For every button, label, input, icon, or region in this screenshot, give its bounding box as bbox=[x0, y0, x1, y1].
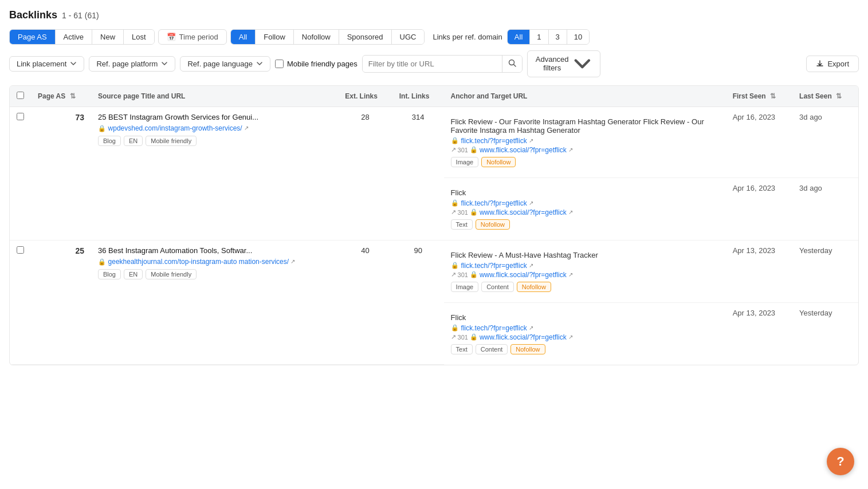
chevron-down-icon bbox=[161, 60, 168, 67]
advanced-filters-label: Advanced filters bbox=[536, 55, 569, 72]
linktype-ugc-button[interactable]: UGC bbox=[392, 30, 425, 44]
status-filter-group: Page AS Active New Lost bbox=[9, 29, 155, 45]
external-link-icon: ↗ bbox=[244, 125, 249, 131]
status-active-button[interactable]: Active bbox=[56, 30, 92, 44]
last-seen-value: 3d ago bbox=[792, 107, 858, 178]
advanced-filters-button[interactable]: Advanced filters bbox=[527, 50, 601, 77]
sort-icon: ⇅ bbox=[770, 92, 776, 100]
ref-page-platform-label: Ref. page platform bbox=[96, 60, 158, 68]
external-link-icon: ↗ bbox=[529, 262, 533, 269]
lpd-label: Links per ref. domain bbox=[433, 33, 502, 41]
lpd-10-button[interactable]: 10 bbox=[567, 30, 589, 44]
anchor-redirect-url-link[interactable]: www.flick.social/?fpr=getflick ↗ bbox=[480, 333, 573, 341]
first-seen-header[interactable]: First Seen ⇅ bbox=[726, 86, 792, 107]
lock-icon: 🔒 bbox=[98, 125, 106, 132]
anchor-url-line: 🔒 flick.tech/?fpr=getflick ↗ bbox=[451, 324, 719, 332]
ref-page-language-label: Ref. page language bbox=[187, 60, 252, 68]
status-new-button[interactable]: New bbox=[92, 30, 124, 44]
anchor-url-link[interactable]: flick.tech/?fpr=getflick ↗ bbox=[461, 324, 533, 332]
redirect-code: 301 bbox=[458, 334, 468, 341]
anchor-url-link[interactable]: flick.tech/?fpr=getflick ↗ bbox=[461, 137, 533, 145]
filter-row-1: Page AS Active New Lost 📅 Time period Al… bbox=[9, 29, 859, 45]
int-links-value: 314 bbox=[412, 113, 425, 121]
chevron-down-icon bbox=[256, 60, 263, 67]
mobile-friendly-checkbox[interactable] bbox=[275, 60, 284, 68]
search-wrap bbox=[362, 55, 523, 73]
row-checkbox[interactable] bbox=[17, 113, 24, 120]
source-url-link[interactable]: geekhealthjournal.com/top-instagram-auto… bbox=[108, 258, 296, 266]
linktype-all-button[interactable]: All bbox=[231, 30, 256, 44]
linktype-follow-button[interactable]: Follow bbox=[256, 30, 294, 44]
link-type-filter-group: All Follow Nofollow Sponsored UGC bbox=[230, 29, 425, 45]
tag: EN bbox=[124, 269, 143, 279]
anchor-title: Flick Review - A Must-Have Hashtag Track… bbox=[451, 251, 719, 259]
anchor-url-link[interactable]: flick.tech/?fpr=getflick ↗ bbox=[461, 262, 533, 270]
anchor-redirect-url-link[interactable]: www.flick.social/?fpr=getflick ↗ bbox=[480, 146, 573, 154]
linktype-sponsored-button[interactable]: Sponsored bbox=[339, 30, 392, 44]
lpd-1-button[interactable]: 1 bbox=[530, 30, 548, 44]
ref-page-platform-dropdown[interactable]: Ref. page platform bbox=[89, 56, 175, 72]
export-icon bbox=[816, 60, 824, 68]
chevron-down-icon bbox=[572, 54, 592, 74]
status-all-button[interactable]: Page AS bbox=[10, 30, 56, 44]
redirect-arrow-icon: ↗ bbox=[451, 271, 456, 278]
sort-icon: ⇅ bbox=[836, 92, 842, 100]
ref-page-language-dropdown[interactable]: Ref. page language bbox=[180, 56, 270, 72]
external-link-icon: ↗ bbox=[529, 200, 533, 206]
mobile-friendly-label: Mobile friendly pages bbox=[287, 60, 358, 68]
lpd-3-button[interactable]: 3 bbox=[549, 30, 567, 44]
anchor-url-link[interactable]: flick.tech/?fpr=getflick ↗ bbox=[461, 199, 533, 207]
ext-links-value: 28 bbox=[361, 113, 369, 121]
external-link-icon: ↗ bbox=[529, 137, 533, 144]
lock-icon: 🔒 bbox=[451, 137, 459, 144]
anchor-title: Flick bbox=[451, 313, 719, 322]
link-placement-dropdown[interactable]: Link placement bbox=[9, 56, 84, 72]
link-placement-label: Link placement bbox=[17, 60, 66, 68]
lock-icon: 🔒 bbox=[470, 333, 478, 341]
page-title: Backlinks bbox=[9, 9, 57, 21]
select-all-checkbox[interactable] bbox=[17, 92, 24, 99]
page-as-value: 73 bbox=[38, 113, 84, 122]
tag-nofollow: Nofollow bbox=[517, 282, 551, 292]
tag: Blog bbox=[98, 136, 121, 146]
tag: Mobile friendly bbox=[146, 269, 197, 279]
lock-icon: 🔒 bbox=[470, 146, 478, 153]
last-seen-header[interactable]: Last Seen ⇅ bbox=[792, 86, 858, 107]
anchor-redirect: ↗ 301 🔒 www.flick.social/?fpr=getflick ↗ bbox=[451, 333, 719, 341]
anchor-redirect: ↗ 301 🔒 www.flick.social/?fpr=getflick ↗ bbox=[451, 146, 719, 154]
status-lost-button[interactable]: Lost bbox=[124, 30, 154, 44]
tag-nofollow: Nofollow bbox=[476, 219, 510, 230]
export-button[interactable]: Export bbox=[806, 56, 859, 72]
row-checkbox[interactable] bbox=[17, 246, 24, 254]
external-link-icon: ↗ bbox=[529, 325, 533, 331]
tag-image: Image bbox=[451, 157, 479, 167]
page-as-header[interactable]: Page AS ⇅ bbox=[31, 86, 91, 107]
anchor-block: Flick 🔒 flick.tech/?fpr=getflick ↗ ↗ 301… bbox=[451, 184, 719, 234]
redirect-arrow-icon: ↗ bbox=[451, 208, 456, 216]
search-input[interactable] bbox=[363, 56, 502, 72]
external-link-icon: ↗ bbox=[568, 271, 573, 278]
int-links-header: Int. Links bbox=[392, 86, 444, 107]
external-link-icon: ↗ bbox=[568, 334, 573, 340]
lpd-all-button[interactable]: All bbox=[508, 30, 530, 44]
time-period-button[interactable]: 📅 Time period bbox=[158, 29, 227, 45]
linktype-nofollow-button[interactable]: Nofollow bbox=[294, 30, 339, 44]
source-title: 36 Best Instagram Automation Tools, Soft… bbox=[98, 246, 331, 255]
external-link-icon: ↗ bbox=[290, 258, 295, 265]
anchor-tags: ImageContentNofollow bbox=[451, 282, 719, 292]
source-tags: BlogENMobile friendly bbox=[98, 269, 331, 279]
mobile-friendly-checkbox-wrap[interactable]: Mobile friendly pages bbox=[275, 60, 358, 68]
anchor-redirect-url-link[interactable]: www.flick.social/?fpr=getflick ↗ bbox=[480, 271, 573, 279]
select-all-header bbox=[10, 86, 31, 107]
source-url-link[interactable]: wpdevshed.com/instagram-growth-services/… bbox=[108, 124, 249, 132]
last-seen-value: Yesterday bbox=[792, 240, 858, 302]
anchor-redirect-url-link[interactable]: www.flick.social/?fpr=getflick ↗ bbox=[480, 208, 573, 216]
lock-icon: 🔒 bbox=[451, 199, 459, 207]
search-button[interactable] bbox=[502, 56, 522, 72]
anchor-redirect: ↗ 301 🔒 www.flick.social/?fpr=getflick ↗ bbox=[451, 208, 719, 216]
ext-links-value: 40 bbox=[361, 246, 369, 255]
tag-content: Content bbox=[476, 344, 508, 354]
first-seen-value: Apr 13, 2023 bbox=[726, 240, 792, 302]
svg-line-1 bbox=[513, 64, 516, 66]
lock-icon: 🔒 bbox=[470, 271, 478, 278]
